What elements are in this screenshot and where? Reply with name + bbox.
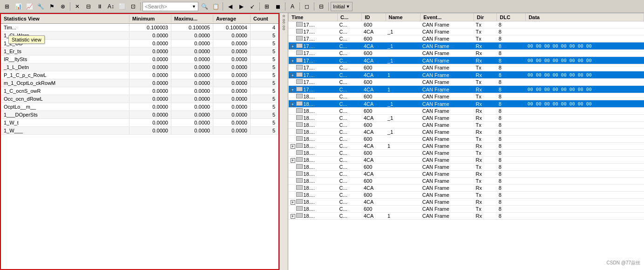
table-row[interactable]: 18.... C... 600 CAN Frame Tx 8 — [289, 192, 644, 199]
td-event: CAN Frame — [420, 64, 474, 71]
table-row[interactable]: +17.... C... 4CA 1 CAN Frame Rx 8 00 00 … — [289, 71, 644, 79]
table-row[interactable]: +18.... C... 4CA 1 CAN Frame Rx 8 — [289, 213, 644, 220]
toolbar-btn-17[interactable]: ↙ — [247, 1, 258, 12]
table-row[interactable]: 18.... C... 600 CAN Frame Tx 8 — [289, 178, 644, 185]
td-ch: C... — [338, 64, 362, 71]
table-row[interactable]: 17.... C... 4CA _1 CAN Frame Tx 8 — [289, 28, 644, 35]
stats-row[interactable]: Occ_ocn_dRowL 0.0000 0.0000 0.0000 5 — [1, 95, 278, 103]
col-header-max[interactable]: Maximu... — [171, 15, 213, 22]
stats-row[interactable]: 1_W_t 0.0000 0.0000 0.0000 5 — [1, 119, 278, 127]
table-row[interactable]: +17.... C... 4CA _1 CAN Frame Rx 8 00 00… — [289, 42, 644, 50]
toolbar-btn-6[interactable]: ⊗ — [58, 1, 68, 12]
toolbar-btn-15[interactable]: ◀ — [225, 1, 235, 12]
initial-dropdown[interactable]: Initial ▼ — [331, 2, 353, 11]
table-row[interactable]: 18.... C... 4CA _1 CAN Frame Rx 8 — [289, 115, 644, 122]
expand-icon[interactable]: + — [291, 44, 295, 49]
stats-row[interactable]: 1_W___ 0.0000 0.0000 0.0000 5 — [1, 127, 278, 135]
table-row[interactable]: +18.... C... 4CA 1 CAN Frame Rx 8 — [289, 143, 644, 150]
stats-row[interactable]: m_1_OcptLo_ckRowM 0.0000 0.0000 0.0000 5 — [1, 79, 278, 87]
toolbar-btn-2[interactable]: 📊 — [13, 1, 23, 12]
th-data[interactable]: Data — [526, 14, 644, 21]
toolbar-btn-14[interactable]: 📋 — [210, 1, 221, 12]
table-row[interactable]: 18.... C... 4CA CAN Frame Rx 8 — [289, 171, 644, 178]
table-row[interactable]: 18.... C... 600 CAN Frame Tx 8 — [289, 122, 644, 129]
toolbar-btn-9[interactable]: ⏸ — [95, 1, 105, 12]
th-id[interactable]: ID — [362, 14, 386, 21]
toolbar-btn-22[interactable]: ⊟ — [316, 1, 326, 12]
stats-row[interactable]: OcptLo__m__ 0.0000 0.0000 0.0000 5 — [1, 103, 278, 111]
table-row[interactable]: +17.... C... 4CA 1 CAN Frame Rx 8 00 00 … — [289, 86, 644, 93]
expand-icon[interactable]: + — [291, 73, 295, 78]
table-row[interactable]: 18.... C... 600 CAN Frame Tx 8 — [289, 206, 644, 213]
toolbar-btn-13[interactable]: 🔍 — [199, 1, 210, 12]
stats-row[interactable]: 1___DOperSts 0.0000 0.0000 0.0000 5 — [1, 111, 278, 119]
th-dlc[interactable]: DLC — [497, 14, 526, 21]
col-header-avg[interactable]: Average — [213, 15, 251, 22]
expand-icon[interactable]: + — [291, 158, 295, 163]
expand-icon[interactable]: + — [291, 59, 295, 63]
initial-dropdown-arrow: ▼ — [346, 4, 350, 9]
toolbar-btn-18[interactable]: ⊞ — [262, 1, 272, 12]
expand-icon[interactable]: + — [291, 144, 295, 149]
expand-icon[interactable]: + — [291, 200, 295, 205]
toolbar-btn-10[interactable]: A↕ — [106, 1, 116, 12]
table-row[interactable]: 18.... C... 600 CAN Frame Tx 8 — [289, 136, 644, 143]
stats-cell-min: 0.0000 — [129, 95, 171, 103]
table-row[interactable]: 18.... C... 600 CAN Frame Rx 8 — [289, 108, 644, 115]
trace-table-container[interactable]: Time C... ID Name Event... Dir DLC Data … — [288, 13, 644, 270]
th-time[interactable]: Time — [289, 14, 338, 21]
table-row[interactable]: 17.... C... 600 CAN Frame Tx 8 — [289, 64, 644, 71]
stats-cell-max: 0.0000 — [171, 71, 213, 79]
toolbar-btn-3[interactable]: 📈 — [24, 1, 34, 12]
table-row[interactable]: +18.... C... 4CA CAN Frame Rx 8 — [289, 199, 644, 206]
table-row[interactable]: 18.... C... 4CA _1 CAN Frame Rx 8 — [289, 129, 644, 136]
col-header-count[interactable]: Count — [251, 15, 278, 22]
expand-icon[interactable]: + — [291, 88, 295, 92]
msg-icon — [296, 29, 303, 34]
stats-table[interactable]: Tim... 0.100003 0.100005 0.100004 4 1_Cl… — [1, 24, 278, 269]
table-row[interactable]: 18.... C... 600 CAN Frame Tx 8 — [289, 150, 644, 157]
search-dropdown-arrow[interactable]: ▼ — [192, 4, 196, 9]
table-row[interactable]: +17.... C... 4CA _1 CAN Frame Rx 8 00 00… — [289, 57, 644, 64]
toolbar-btn-16[interactable]: ▶ — [236, 1, 246, 12]
stats-row[interactable]: _1_L_Detn 0.0000 0.0000 0.0000 5 — [1, 63, 278, 71]
toolbar-btn-11[interactable]: ⬜ — [117, 1, 127, 12]
toolbar-btn-19[interactable]: ◼ — [273, 1, 283, 12]
td-ch: C... — [338, 71, 362, 79]
table-row[interactable]: 17.... C... 600 CAN Frame Tx 8 — [289, 21, 644, 28]
toolbar-btn-20[interactable]: A — [287, 1, 298, 12]
td-time: 18.... — [289, 129, 338, 136]
search-box[interactable]: ▼ — [142, 2, 198, 11]
stats-row[interactable]: 1_C_ocnS_owR 0.0000 0.0000 0.0000 5 — [1, 87, 278, 95]
table-row[interactable]: 18.... C... 4CA CAN Frame Rx 8 — [289, 185, 644, 192]
col-header-min[interactable]: Minimum — [129, 15, 171, 22]
toolbar-btn-1[interactable]: ⊞ — [2, 1, 12, 12]
table-row[interactable]: 18.... C... 600 CAN Frame Tx 8 — [289, 164, 644, 171]
toolbar-btn-8[interactable]: ⊟ — [83, 1, 94, 12]
stats-row[interactable]: IR__ltySts 0.0000 0.0000 0.0000 5 — [1, 55, 278, 63]
th-dir[interactable]: Dir — [474, 14, 497, 21]
th-ch[interactable]: C... — [338, 14, 362, 21]
stats-row[interactable]: 1_Er_ts 0.0000 0.0000 0.0000 5 — [1, 48, 278, 55]
toolbar-btn-21[interactable]: ◻ — [302, 1, 312, 12]
table-row[interactable]: +18.... C... 4CA CAN Frame Rx 8 — [289, 157, 644, 164]
stats-cell-avg: 0.0000 — [213, 87, 251, 95]
toolbar-btn-5[interactable]: ⚑ — [47, 1, 57, 12]
expand-icon[interactable]: + — [291, 102, 295, 107]
table-row[interactable]: 18.... C... 600 CAN Frame Tx 8 — [289, 93, 644, 100]
stats-row[interactable]: Tim... 0.100003 0.100005 0.100004 4 — [1, 24, 278, 32]
table-row[interactable]: 17.... C... 600 CAN Frame Tx 8 — [289, 79, 644, 86]
table-row[interactable]: +18.... C... 4CA _1 CAN Frame Rx 8 00 00… — [289, 100, 644, 108]
search-input[interactable] — [145, 4, 192, 9]
th-name[interactable]: Name — [386, 14, 420, 21]
stats-row[interactable]: P_1_C_p_c_RowL 0.0000 0.0000 0.0000 5 — [1, 71, 278, 79]
td-time: +18.... — [289, 213, 338, 220]
toolbar-btn-4[interactable]: 🔧 — [35, 1, 46, 12]
col-header-name[interactable]: Statistics View — [1, 15, 129, 22]
th-event[interactable]: Event... — [420, 14, 474, 21]
expand-icon[interactable]: + — [291, 214, 295, 219]
table-row[interactable]: 17.... C... 600 CAN Frame Tx 8 — [289, 35, 644, 42]
toolbar-btn-12[interactable]: ⊡ — [128, 1, 138, 12]
toolbar-btn-7[interactable]: ✕ — [72, 1, 82, 12]
table-row[interactable]: 17.... C... 600 CAN Frame Rx 8 — [289, 50, 644, 57]
